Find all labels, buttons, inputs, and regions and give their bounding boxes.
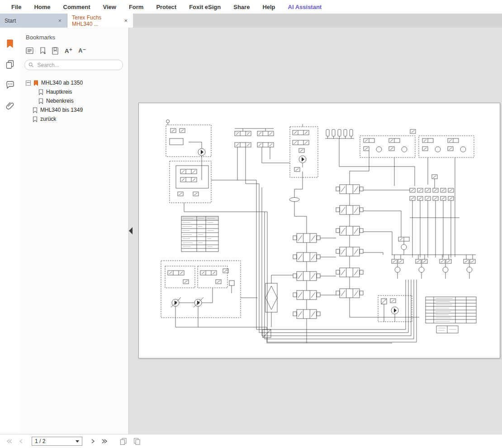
tab-document-label: Terex Fuchs MHL340 ... xyxy=(72,14,123,27)
tab-document[interactable]: Terex Fuchs MHL340 ... × xyxy=(67,14,133,28)
collapse-expander-icon[interactable] xyxy=(26,81,31,86)
search-input[interactable] xyxy=(37,62,119,69)
last-page-icon xyxy=(101,438,108,445)
pdf-page xyxy=(138,103,500,358)
tab-bar: Start × Terex Fuchs MHL340 ... × xyxy=(0,14,502,28)
previous-view-icon xyxy=(119,437,128,445)
menu-view[interactable]: View xyxy=(96,4,122,10)
page-number-combobox[interactable]: 1 / 2 xyxy=(32,437,82,446)
next-view-button[interactable] xyxy=(131,436,143,447)
increase-text-size-button[interactable]: A xyxy=(65,46,72,55)
attachments-panel-button[interactable] xyxy=(5,101,15,111)
status-bar: 1 / 2 xyxy=(0,434,502,448)
panel-collapse-handle[interactable] xyxy=(128,227,133,234)
bookmark-icon xyxy=(33,80,38,86)
paperclip-icon xyxy=(6,101,14,110)
menu-foxit-esign[interactable]: Foxit eSign xyxy=(183,4,227,10)
menu-share[interactable]: Share xyxy=(227,4,256,10)
tab-start-close-icon[interactable]: × xyxy=(57,17,62,24)
dropdown-caret-icon xyxy=(76,440,79,443)
last-page-button[interactable] xyxy=(99,436,110,447)
bookmark-page-icon xyxy=(52,47,59,55)
pages-panel-button[interactable] xyxy=(5,59,15,69)
bookmark-label: MHL340 bis 1349 xyxy=(40,107,83,113)
bookmark-page-button[interactable] xyxy=(52,46,59,55)
bookmarks-toolbar: A A xyxy=(26,46,123,55)
previous-view-button[interactable] xyxy=(118,436,129,447)
comment-bubble-icon xyxy=(6,81,14,89)
tab-document-close-icon[interactable]: × xyxy=(123,17,128,24)
bookmark-icon xyxy=(38,89,43,95)
panel-menu-icon xyxy=(26,47,34,54)
first-page-icon xyxy=(6,438,13,445)
bookmark-icon xyxy=(33,107,38,113)
schematic-diagram xyxy=(139,103,500,358)
bookmark-label: Nebenkreis xyxy=(46,98,74,104)
menu-home[interactable]: Home xyxy=(28,4,57,10)
decrease-text-size-button[interactable]: A xyxy=(78,46,86,55)
bookmark-item-mhl340-ab-1350[interactable]: MHL340 ab 1350 xyxy=(26,78,123,87)
menu-form[interactable]: Form xyxy=(123,4,150,10)
bookmark-label: Hauptkreis xyxy=(46,89,72,95)
next-page-icon xyxy=(89,438,96,445)
bookmark-icon xyxy=(33,116,38,122)
bookmarks-panel-button[interactable] xyxy=(5,38,15,48)
tab-start[interactable]: Start × xyxy=(0,14,67,28)
panel-icon-strip xyxy=(0,28,20,434)
panel-options-button[interactable] xyxy=(26,46,34,55)
menu-help[interactable]: Help xyxy=(256,4,281,10)
bookmarks-tree: MHL340 ab 1350 Hauptkreis Nebenkreis xyxy=(26,78,123,124)
bookmarks-panel-title: Bookmarks xyxy=(26,34,123,41)
bookmark-icon xyxy=(38,98,43,104)
bookmark-item-mhl340-bis-1349[interactable]: MHL340 bis 1349 xyxy=(26,105,123,114)
bookmark-label: MHL340 ab 1350 xyxy=(41,80,83,86)
menu-comment[interactable]: Comment xyxy=(57,4,97,10)
menu-protect[interactable]: Protect xyxy=(150,4,183,10)
comments-panel-button[interactable] xyxy=(5,80,15,90)
text-smaller-icon: A xyxy=(78,48,86,53)
search-icon xyxy=(28,62,34,68)
previous-page-button[interactable] xyxy=(15,436,27,447)
bookmark-label: zurück xyxy=(40,116,56,122)
bookmark-item-zurueck[interactable]: zurück xyxy=(26,114,123,124)
text-larger-icon: A xyxy=(65,48,72,54)
tab-start-label: Start xyxy=(5,18,16,24)
menu-ai-assistant[interactable]: AI Assistant xyxy=(282,4,328,10)
add-bookmark-button[interactable] xyxy=(40,46,46,55)
document-area[interactable] xyxy=(129,28,502,434)
bookmark-item-hauptkreis[interactable]: Hauptkreis xyxy=(26,87,123,96)
add-bookmark-icon xyxy=(40,47,46,55)
menu-file[interactable]: File xyxy=(5,4,28,10)
previous-page-icon xyxy=(18,438,25,445)
page-indicator: 1 / 2 xyxy=(35,438,45,444)
bookmark-search xyxy=(24,60,123,70)
first-page-button[interactable] xyxy=(4,436,15,447)
next-view-icon xyxy=(133,437,141,445)
bookmarks-panel: Bookmarks xyxy=(20,28,129,434)
main-area: Bookmarks xyxy=(0,28,502,434)
bookmark-icon xyxy=(6,39,14,48)
next-page-button[interactable] xyxy=(87,436,99,447)
bookmark-item-nebenkreis[interactable]: Nebenkreis xyxy=(26,96,123,105)
menubar: File Home Comment View Form Protect Foxi… xyxy=(0,0,502,14)
pages-icon xyxy=(6,60,14,69)
foxit-reader-window: File Home Comment View Form Protect Foxi… xyxy=(0,0,502,448)
